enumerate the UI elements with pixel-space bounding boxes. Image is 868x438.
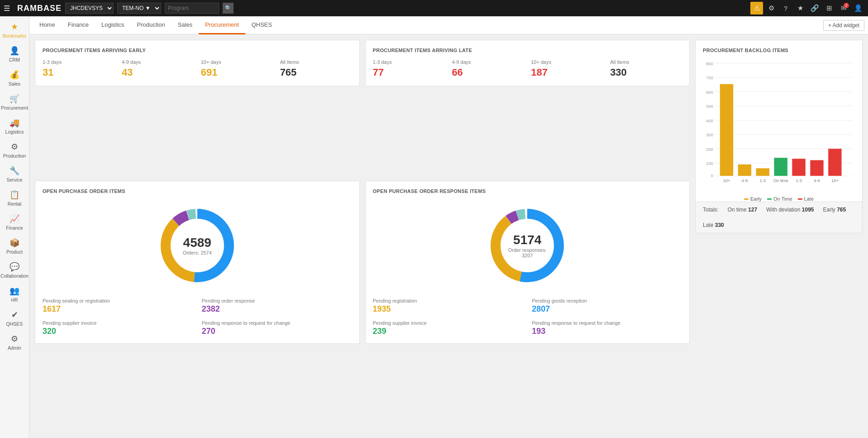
open-por-card: OPEN PURCHASE ORDER RESPONSE ITEMS 5174 …	[365, 181, 690, 344]
svg-text:0: 0	[711, 173, 713, 178]
menu-icon[interactable]: ☰	[4, 4, 10, 13]
sidebar-item-crm[interactable]: 👤 CRM	[0, 42, 29, 66]
open-po-donut-section: 4589 Orders: 2574	[43, 200, 352, 291]
open-por-number: 5174	[505, 233, 550, 247]
bar-early-1-3	[756, 168, 769, 176]
early-label-3: All Items	[280, 59, 352, 65]
tab-production[interactable]: Production	[131, 16, 172, 34]
tab-procurement[interactable]: Procurement	[199, 16, 245, 34]
late-card-title: PROCUREMENT ITEMS ARRIVING LATE	[373, 48, 682, 53]
late-label-1: 4-9 days	[452, 59, 524, 65]
production-icon: ⚙	[11, 142, 18, 152]
search-button[interactable]: 🔍	[223, 3, 234, 14]
totals-early: Early 765	[823, 207, 846, 213]
open-po-donut-wrapper: 4589 Orders: 2574	[152, 200, 243, 291]
sidebar-item-admin[interactable]: ⚙ Admin	[0, 330, 29, 354]
open-por-stat-3: Pending response to request for change 1…	[532, 320, 682, 336]
sidebar-label-logistics: Logistics	[5, 129, 24, 135]
alert-icon[interactable]: ⚠	[750, 2, 763, 14]
early-arriving-card: PROCUREMENT ITEMS ARRIVING EARLY 1-3 day…	[35, 40, 360, 86]
late-value-0: 77	[373, 67, 445, 78]
backlog-card: PROCUREMENT BACKLOG ITEMS 800 700 600 50…	[695, 40, 863, 233]
system-select[interactable]: JHCDEVSYS	[65, 3, 114, 14]
sidebar-item-finance[interactable]: 📈 Finance	[0, 210, 29, 234]
region-select[interactable]: TEM-NO ▼	[117, 3, 161, 14]
sidebar-label-sales: Sales	[9, 81, 20, 87]
open-por-title: OPEN PURCHASE ORDER RESPONSE ITEMS	[373, 188, 682, 194]
hr-icon: 👥	[10, 286, 19, 296]
open-po-title: OPEN PURCHASE ORDER ITEMS	[43, 188, 352, 194]
sidebar-item-collaboration[interactable]: 💬 Collaboration	[0, 258, 29, 282]
sidebar-item-logistics[interactable]: 🚚 Logistics	[0, 114, 29, 138]
sidebar-label-collaboration: Collaboration	[0, 273, 29, 279]
add-widget-button[interactable]: + Add widget	[823, 20, 864, 31]
legend-ontime: On Time	[767, 196, 792, 202]
sidebar-label-service: Service	[6, 177, 22, 183]
open-por-stat-2: Pending supplier invoice 239	[373, 320, 523, 336]
apps-icon[interactable]: ⊞	[823, 2, 835, 14]
tab-qhses[interactable]: QHSES	[245, 16, 279, 34]
tab-finance[interactable]: Finance	[62, 16, 95, 34]
late-label-0: 1-3 days	[373, 59, 445, 65]
open-po-stat-value-1: 2382	[202, 304, 352, 314]
star-icon[interactable]: ★	[794, 2, 806, 14]
settings-icon[interactable]: ⚙	[765, 2, 777, 14]
sidebar-item-bookmarks[interactable]: ★ Bookmarks	[0, 18, 29, 42]
late-col-0: 1-3 days 77	[373, 59, 445, 78]
svg-text:1-3: 1-3	[796, 178, 802, 183]
early-col-0: 1-3 days 31	[43, 59, 114, 78]
sidebar-item-procurement[interactable]: 🛒 Procurement	[0, 90, 29, 114]
help-icon[interactable]: ?	[779, 2, 792, 14]
open-por-stat-label-3: Pending response to request for change	[532, 320, 682, 326]
sidebar-label-procurement: Procurement	[1, 105, 28, 111]
open-por-donut-wrapper: 5174 Order responses: 3207	[482, 200, 572, 291]
sidebar-item-service[interactable]: 🔧 Service	[0, 162, 29, 186]
user-icon[interactable]: 👤	[852, 2, 864, 14]
sidebar-item-production[interactable]: ⚙ Production	[0, 138, 29, 162]
link-icon[interactable]: 🔗	[808, 2, 821, 14]
topbar: ☰ RAMBASE JHCDEVSYS TEM-NO ▼ 🔍 ⚠ ⚙ ? ★ 🔗…	[0, 0, 868, 16]
open-por-donut-section: 5174 Order responses: 3207	[373, 200, 682, 291]
late-col-3: All Items 330	[610, 59, 682, 78]
open-por-stat-0: Pending registration 1935	[373, 298, 523, 314]
open-po-stat-value-2: 320	[43, 327, 193, 336]
early-label-2: 10+ days	[201, 59, 273, 65]
main-area: Home Finance Logistics Production Sales …	[29, 16, 868, 438]
svg-text:200: 200	[706, 147, 713, 152]
sidebar-label-production: Production	[3, 153, 26, 159]
tab-sales[interactable]: Sales	[172, 16, 199, 34]
early-col-1: 4-9 days 43	[122, 59, 194, 78]
sidebar-item-hr[interactable]: 👥 HR	[0, 282, 29, 306]
svg-text:10+: 10+	[831, 178, 839, 183]
legend-late: Late	[798, 196, 814, 202]
early-card-title: PROCUREMENT ITEMS ARRIVING EARLY	[43, 48, 352, 53]
late-arriving-card: PROCUREMENT ITEMS ARRIVING LATE 1-3 days…	[365, 40, 690, 86]
svg-text:On time: On time	[773, 178, 788, 183]
sidebar-item-product[interactable]: 📦 Product	[0, 234, 29, 258]
tab-home[interactable]: Home	[33, 16, 62, 34]
svg-text:400: 400	[706, 118, 713, 123]
topbar-icons: ⚠ ⚙ ? ★ 🔗 ⊞ ✉ 2 👤	[750, 2, 864, 14]
bar-late-10plus	[828, 149, 841, 176]
finance-icon: 📈	[10, 214, 19, 224]
messages-icon[interactable]: ✉ 2	[837, 2, 850, 14]
sidebar-label-product: Product	[6, 249, 23, 255]
sidebar-item-rental[interactable]: 📋 Rental	[0, 186, 29, 210]
sidebar-item-sales[interactable]: 💰 Sales	[0, 66, 29, 90]
open-por-stat-value-1: 2807	[532, 304, 682, 314]
early-arriving-grid: 1-3 days 31 4-9 days 43 10+ days 691 All…	[43, 59, 352, 78]
tab-logistics[interactable]: Logistics	[95, 16, 131, 34]
rental-icon: 📋	[10, 190, 19, 200]
totals-ontime: On time 127	[728, 207, 757, 213]
legend-early: Early	[744, 196, 762, 202]
sidebar-item-qhses[interactable]: ✔ QHSES	[0, 306, 29, 330]
sidebar: ★ Bookmarks 👤 CRM 💰 Sales 🛒 Procurement …	[0, 16, 29, 438]
late-label-2: 10+ days	[531, 59, 603, 65]
program-input[interactable]	[165, 3, 219, 14]
late-col-2: 10+ days 187	[531, 59, 603, 78]
bar-ontime	[774, 158, 787, 176]
svg-text:500: 500	[706, 104, 713, 109]
open-po-stat-value-0: 1617	[43, 304, 193, 314]
open-po-stat-label-0: Pending sealing or registration	[43, 298, 193, 303]
open-por-stat-value-0: 1935	[373, 304, 523, 314]
